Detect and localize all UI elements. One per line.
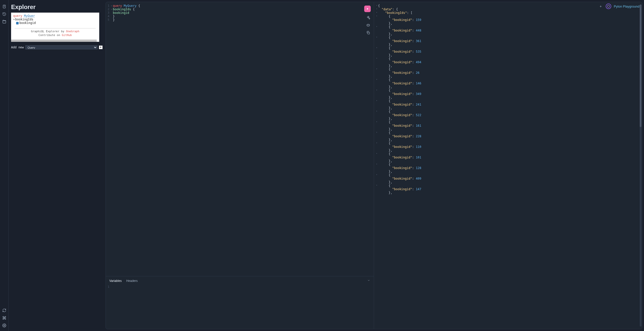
response-line: }, <box>376 106 638 110</box>
response-line: ▾{ <box>376 4 638 8</box>
run-button[interactable] <box>364 6 371 12</box>
add-new-select[interactable]: Query <box>25 45 97 49</box>
response-line: ▾{ <box>376 184 638 187</box>
response-line: }, <box>376 180 638 184</box>
response-line: ▾{ <box>376 57 638 60</box>
merge-icon[interactable] <box>366 23 370 27</box>
response-line: }, <box>376 22 638 25</box>
response-line: "bookingid": 110 <box>376 145 638 149</box>
response-line: "bookingid": 128 <box>376 166 638 170</box>
response-line: }, <box>376 85 638 89</box>
response-line: ▾{ <box>376 78 638 82</box>
response-line: "bookingid": 159 <box>376 18 638 22</box>
response-line: ▾{ <box>376 142 638 145</box>
response-line: "bookingid": 361 <box>376 39 638 43</box>
divider <box>15 28 96 28</box>
code-line: 5} <box>106 18 374 22</box>
settings-icon[interactable] <box>2 323 6 327</box>
response-line: ▾{ <box>376 46 638 50</box>
response-line: ▾{ <box>376 68 638 71</box>
docs-icon[interactable] <box>2 5 6 9</box>
onegraph-link[interactable]: OneGraph <box>66 30 79 33</box>
query-column: 1▾query MyQuery {2▾ bookingIds {3 bookin… <box>106 2 374 329</box>
response-line: "bookingid": 494 <box>376 60 638 64</box>
explorer-panel: Explorer query MyQuer ▾bookingIds bookin… <box>9 0 104 331</box>
svg-rect-6 <box>367 24 370 26</box>
response-line: ▾{ <box>376 173 638 177</box>
top-right-header: + Pylon Playground <box>600 4 639 9</box>
code-line: 4 } <box>106 15 374 18</box>
response-line: "bookingid": 228 <box>376 135 638 138</box>
response-line: }, <box>376 75 638 78</box>
response-line: "bookingid": 147 <box>376 187 638 191</box>
response-line: }, <box>376 191 638 194</box>
response-line: }, <box>376 138 638 142</box>
response-line: "bookingid": 26 <box>376 71 638 75</box>
response-line: ▾{ <box>376 110 638 113</box>
brand-logo <box>606 4 611 9</box>
response-line: "bookingid": 161 <box>376 124 638 127</box>
add-new-row: Add new Query + <box>11 45 104 49</box>
history-icon[interactable] <box>2 12 6 16</box>
response-line: ▾{ <box>376 15 638 18</box>
editor-card: 1▾query MyQuery {2▾ bookingIds {3 bookin… <box>106 2 642 329</box>
add-new-label: Add new <box>11 46 24 49</box>
query-editor[interactable]: 1▾query MyQuery {2▾ bookingIds {3 bookin… <box>106 2 374 276</box>
shortcuts-icon[interactable] <box>2 316 6 320</box>
response-line: "bookingid": 522 <box>376 113 638 117</box>
response-line: ▾{ <box>376 163 638 166</box>
svg-line-4 <box>4 14 5 14</box>
response-line: "bookingid": 349 <box>376 92 638 96</box>
svg-rect-7 <box>368 32 369 34</box>
collapse-vars-icon[interactable] <box>367 279 370 283</box>
response-line: }, <box>376 64 638 68</box>
variables-editor[interactable]: 1 <box>106 285 374 288</box>
response-viewer[interactable]: ▾{▾"data": {▾"bookingIds": [▾{"bookingid… <box>374 2 642 329</box>
prettify-icon[interactable] <box>366 16 370 20</box>
copy-icon[interactable] <box>366 31 370 35</box>
refresh-icon[interactable] <box>2 308 6 312</box>
new-tab-button[interactable]: + <box>600 4 602 8</box>
main-area: 1▾query MyQuery {2▾ bookingIds {3 bookin… <box>104 0 644 331</box>
response-line: }, <box>376 117 638 120</box>
response-line: ▾{ <box>376 152 638 156</box>
response-line: "bookingid": 535 <box>376 50 638 53</box>
code-line: 3 bookingid <box>106 11 374 15</box>
response-line: ▾{ <box>376 99 638 103</box>
add-new-button[interactable]: + <box>99 46 103 49</box>
response-line: "bookingid": 101 <box>376 156 638 159</box>
github-link[interactable]: GitHub <box>62 34 72 37</box>
response-line: "bookingid": 146 <box>376 82 638 85</box>
response-line: "bookingid": 448 <box>376 29 638 32</box>
horizontal-scrollbar[interactable] <box>11 40 99 42</box>
brand-label: Pylon Playground <box>614 5 639 8</box>
code-line: 1▾query MyQuery { <box>106 4 374 8</box>
variables-tab[interactable]: Variables <box>109 279 122 283</box>
variables-panel: Variables Headers 1 <box>106 276 374 329</box>
response-line: ▾{ <box>376 25 638 29</box>
explorer-footer: GraphiQL Explorer by OneGraph Contribute… <box>13 29 97 37</box>
explorer-title: Explorer <box>11 4 104 11</box>
response-column: ▾{▾"data": {▾"bookingIds": [▾{"bookingid… <box>374 2 642 329</box>
response-line: }, <box>376 149 638 152</box>
vertical-scrollbar[interactable] <box>640 5 641 326</box>
headers-tab[interactable]: Headers <box>126 279 138 283</box>
tree-toggle-icon[interactable]: ▾ <box>13 18 15 21</box>
query-name-input[interactable]: MyQuer <box>24 14 35 18</box>
tree-field-bookingids[interactable]: bookingIds <box>15 18 33 21</box>
response-line: }, <box>376 43 638 46</box>
response-line: ▾{ <box>376 89 638 92</box>
explorer-icon[interactable] <box>2 20 6 24</box>
response-line: }, <box>376 53 638 57</box>
response-line: "bookingid": 409 <box>376 177 638 180</box>
response-line: ▾{ <box>376 120 638 124</box>
response-line: ▾"bookingIds": [ <box>376 11 638 15</box>
response-line: }, <box>376 159 638 163</box>
field-checkbox[interactable] <box>16 22 19 24</box>
response-line: }, <box>376 170 638 173</box>
tree-field-bookingid[interactable]: bookingid <box>19 21 36 25</box>
explorer-body: query MyQuer ▾bookingIds bookingid Graph… <box>11 13 99 42</box>
response-line: }, <box>376 96 638 99</box>
response-line: }, <box>376 127 638 131</box>
response-line: ▾"data": { <box>376 8 638 11</box>
